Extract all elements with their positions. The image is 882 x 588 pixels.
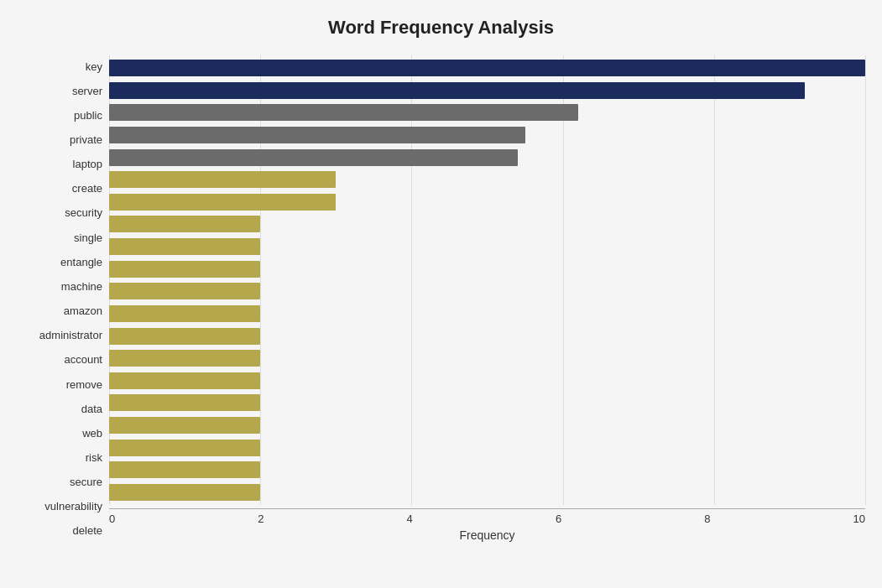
bar — [109, 238, 260, 255]
bar-row — [109, 304, 865, 323]
bar-row — [109, 81, 865, 100]
x-axis-tick-label: 0 — [109, 513, 115, 525]
x-axis-tick-label: 4 — [407, 513, 413, 525]
bar — [109, 127, 525, 143]
y-axis-label: key — [86, 55, 102, 77]
x-axis-labels: 0246810 — [109, 513, 865, 525]
bar — [109, 261, 260, 278]
y-axis-label: secure — [70, 471, 102, 493]
bars-and-grid: 0246810 Frequency — [109, 55, 865, 542]
bar-row — [109, 349, 865, 367]
bar — [109, 328, 260, 345]
y-axis-label: single — [74, 226, 102, 248]
y-axis-label: laptop — [73, 154, 102, 175]
bars-wrapper — [109, 55, 865, 505]
bar — [109, 171, 336, 188]
bar-row — [109, 126, 865, 144]
bar — [109, 417, 260, 434]
y-axis-label: administrator — [39, 325, 102, 346]
y-axis-label: public — [74, 104, 102, 126]
y-axis-label: machine — [61, 275, 102, 297]
y-axis-label: create — [72, 178, 102, 200]
bar — [109, 283, 260, 299]
bar-row — [109, 461, 865, 479]
y-axis-label: remove — [66, 373, 102, 395]
x-axis-tick-label: 6 — [556, 513, 561, 525]
bar-row — [109, 170, 865, 189]
x-axis-line — [109, 508, 865, 509]
chart-container: Word Frequency Analysis keyserverpublicp… — [0, 0, 882, 588]
bar — [109, 394, 260, 411]
x-axis-tick-label: 2 — [258, 513, 264, 525]
bar — [109, 484, 260, 501]
y-axis-label: private — [70, 128, 102, 150]
y-axis-label: delete — [73, 520, 102, 542]
bar-row — [109, 439, 865, 457]
y-axis-label: amazon — [64, 300, 102, 322]
bar — [109, 461, 260, 478]
bar-row — [109, 282, 865, 300]
bar — [109, 60, 865, 76]
grid-line — [865, 55, 866, 505]
chart-area: keyserverpublicprivatelaptopcreatesecuri… — [17, 55, 865, 542]
bar-row — [109, 372, 865, 390]
bar — [109, 305, 260, 322]
y-axis-label: vulnerability — [44, 496, 102, 518]
bar-row — [109, 148, 865, 167]
grid-and-bars — [109, 55, 865, 505]
x-axis-title: Frequency — [109, 528, 865, 542]
bar — [109, 194, 336, 211]
y-axis-label: account — [64, 349, 102, 371]
y-axis-label: entangle — [60, 251, 102, 273]
bar-row — [109, 327, 865, 346]
y-axis-label: web — [82, 422, 102, 444]
bar — [109, 82, 805, 99]
x-axis-area: 0246810 Frequency — [109, 508, 865, 542]
bar-row — [109, 237, 865, 256]
bar-row — [109, 59, 865, 77]
y-axis-label: server — [72, 80, 102, 101]
y-axis-label: security — [65, 202, 102, 224]
y-axis-label: risk — [86, 447, 102, 469]
bar — [109, 104, 578, 121]
bar-row — [109, 483, 865, 502]
bar — [109, 372, 260, 389]
bar-row — [109, 193, 865, 211]
x-axis-tick-label: 10 — [853, 513, 864, 525]
bar — [109, 440, 260, 456]
bar — [109, 149, 518, 166]
bar — [109, 350, 260, 367]
y-axis-labels: keyserverpublicprivatelaptopcreatesecuri… — [17, 55, 109, 542]
bar-row — [109, 393, 865, 412]
y-axis-label: data — [81, 398, 102, 419]
bar-row — [109, 416, 865, 434]
bar — [109, 216, 260, 232]
bar-row — [109, 103, 865, 122]
chart-title: Word Frequency Analysis — [17, 17, 865, 39]
bar-row — [109, 260, 865, 278]
bar-row — [109, 215, 865, 233]
x-axis-tick-label: 8 — [704, 513, 710, 525]
